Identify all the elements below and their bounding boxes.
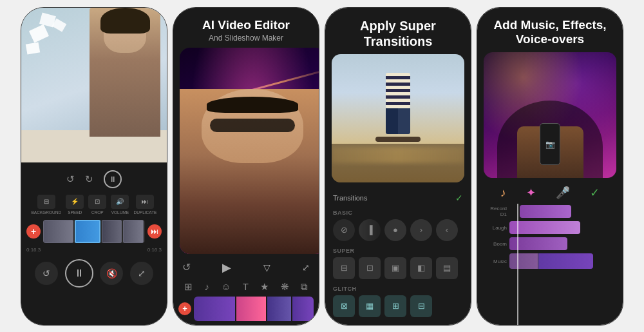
glitch-1[interactable]: ⊠ [333, 295, 355, 317]
screen2-title: AI Video Editor [181, 18, 311, 33]
music-note-icon[interactable]: ♪ [500, 186, 506, 200]
glitch-2[interactable]: ▦ [359, 295, 381, 317]
timeline-clip [43, 220, 73, 243]
arrow-right-transition[interactable]: › [410, 219, 432, 241]
t2-clip-pink [236, 297, 266, 321]
super-4[interactable]: ◧ [410, 257, 432, 279]
basic-transitions: ⊘ ▐ ● › ‹ [330, 218, 466, 242]
timeline-strip[interactable] [43, 220, 145, 243]
volume-tool[interactable]: 🔊 VOLUME [111, 195, 129, 215]
track-music: Music [482, 253, 618, 269]
arrow-left-transition[interactable]: ‹ [436, 219, 458, 241]
pause-button[interactable]: ⏸ [104, 170, 122, 188]
timeline-clip [123, 220, 144, 243]
timeline-area: + ⏭ [24, 217, 164, 246]
hair [207, 97, 298, 113]
undo-icon-s2[interactable]: ↺ [182, 261, 191, 273]
circle-transition[interactable]: ● [384, 219, 406, 241]
tool-buttons: ⊟ BACKGROUND ⚡ SPEED ⊡ CROP [24, 192, 164, 217]
check-icon[interactable]: ✓ [455, 193, 463, 203]
app-store-screenshots: ↺ ↻ ⏸ ⊟ BACKGROUND [0, 0, 644, 332]
copy-icon[interactable]: ⧉ [301, 281, 308, 293]
t2-clip-dark [267, 297, 291, 321]
fullscreen-icon[interactable]: ⤢ [302, 262, 310, 273]
expand-button[interactable]: ⤢ [130, 262, 153, 285]
redo-icon[interactable]: ↻ [85, 173, 93, 185]
timeline2: + [173, 294, 319, 325]
screen-ai-editor: AI Video Editor And Slideshow Maker [173, 8, 319, 325]
playhead-line [517, 204, 518, 324]
record-clip[interactable] [520, 205, 571, 218]
screen2-header: AI Video Editor And Slideshow Maker [173, 8, 319, 48]
music-thumbnail [509, 253, 538, 269]
add-button-s2[interactable]: + [178, 302, 191, 315]
super-5[interactable]: ▤ [436, 257, 458, 279]
super-2[interactable]: ⊡ [359, 257, 381, 279]
track-record: Record D1 [482, 205, 618, 218]
record-label: Record D1 [482, 206, 507, 217]
grid-icon[interactable]: ⊞ [184, 281, 193, 293]
playback-controls: ↺ ↻ ⏸ [24, 166, 164, 192]
sparkle-icon[interactable]: ✦ [526, 186, 536, 200]
main-pause-button[interactable]: ⏸ [65, 259, 93, 288]
skateboard [375, 137, 421, 142]
total-time: 0:16.3 [147, 247, 162, 253]
phone-frame-4: Add Music, Effects, Voice-overs 📷 ♪ ✦ 🎤 [477, 7, 623, 326]
time-info: 0:16.3 0:16.3 [24, 246, 164, 254]
t2-clip-purple [194, 297, 235, 321]
music-label: Music [482, 259, 507, 264]
emoji-icon[interactable]: ☺ [221, 281, 231, 292]
undo-icon[interactable]: ↺ [66, 173, 75, 185]
layers-icon[interactable]: ❋ [281, 281, 289, 293]
screen-music-effects: Add Music, Effects, Voice-overs 📷 ♪ ✦ 🎤 [477, 8, 623, 325]
held-phone: 📷 [540, 123, 561, 165]
microphone-icon[interactable]: 🎤 [556, 186, 570, 200]
skip-to-end-button[interactable]: ⏭ [147, 224, 162, 239]
screen3-title: Apply Super Transitions [333, 18, 463, 49]
fade-transition[interactable]: ▐ [359, 219, 381, 241]
current-time: 0:16.3 [26, 247, 41, 253]
text-icon[interactable]: T [243, 281, 249, 292]
star-icon[interactable]: ★ [260, 281, 269, 293]
concert-image: 📷 [484, 52, 616, 178]
glitch-4[interactable]: ⊟ [410, 295, 432, 317]
duplicate-tool[interactable]: ⏭ DUPLICATE [133, 195, 156, 215]
video-preview [21, 8, 167, 162]
glitch-section-label: GLITCH [330, 283, 466, 294]
speed-tool[interactable]: ⚡ SPEED [66, 195, 84, 215]
person-figure [90, 8, 160, 137]
filter-down-icon[interactable]: ▽ [263, 262, 270, 273]
play-icon-s2[interactable]: ▶ [222, 260, 231, 275]
screen-transitions: Apply Super Transitions [325, 8, 471, 325]
skater-torso [386, 73, 410, 108]
transitions-label: Transitions [333, 194, 367, 202]
boom-clip[interactable] [509, 237, 567, 250]
laugh-label: Laugh [482, 225, 507, 231]
background-tool[interactable]: ⊟ BACKGROUND [32, 195, 62, 215]
super-1[interactable]: ⊟ [333, 257, 355, 279]
timeline-clip-active [75, 220, 100, 243]
track-laugh: Laugh [482, 221, 618, 234]
timeline-clip [102, 220, 122, 243]
none-transition[interactable]: ⊘ [333, 219, 355, 241]
screen-video-editor: ↺ ↻ ⏸ ⊟ BACKGROUND [21, 8, 167, 325]
boom-label: Boom [482, 241, 507, 247]
add-clip-button[interactable]: + [26, 224, 41, 239]
glitch-3[interactable]: ⊞ [384, 295, 406, 317]
motion-blur [332, 147, 464, 163]
mute-button[interactable]: 🔇 [100, 262, 123, 285]
transitions-panel: Transitions ✓ BASIC ⊘ ▐ ● › ‹ SUPER ⊟ ⊡ … [325, 186, 471, 325]
person-body [180, 89, 319, 253]
super-section-label: SUPER [330, 245, 466, 256]
music-clip[interactable] [509, 253, 593, 269]
screen3-header: Apply Super Transitions [325, 8, 471, 54]
super-3[interactable]: ▣ [384, 257, 406, 279]
crop-tool[interactable]: ⊡ CROP [88, 195, 106, 215]
laugh-clip[interactable] [509, 221, 580, 234]
screen2-bottom-icons: ⊞ ♪ ☺ T ★ ❋ ⧉ [173, 278, 319, 294]
music-icon[interactable]: ♪ [204, 281, 209, 292]
confirm-icon[interactable]: ✓ [590, 186, 600, 200]
rotate-button[interactable]: ↺ [35, 262, 58, 285]
track-boom: Boom [482, 237, 618, 250]
timeline-strip-2[interactable] [194, 297, 314, 321]
